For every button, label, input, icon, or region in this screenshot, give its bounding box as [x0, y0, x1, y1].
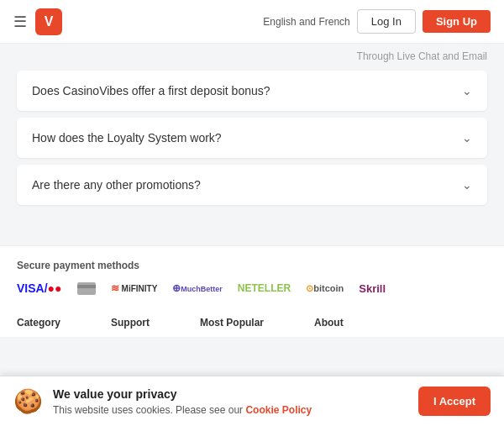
footer-col-category: Category — [17, 317, 60, 329]
svg-rect-0 — [77, 282, 96, 295]
muchbetter-logo: ⊕MuchBetter — [172, 282, 223, 294]
footer-nav: Category Support Most Popular About — [0, 308, 504, 337]
language-label: English and French — [263, 16, 349, 28]
skrill-logo: Skrill — [359, 282, 386, 295]
cookie-desc-text: This website uses cookies. Please see ou… — [53, 404, 245, 416]
faq-question-3: Are there any other promotions? — [32, 178, 201, 192]
neteller-logo: NETELLER — [238, 282, 291, 294]
signup-button[interactable]: Sign Up — [423, 10, 491, 33]
header: ☰ V English and French Log In Sign Up — [0, 0, 504, 44]
cookie-description: This website uses cookies. Please see ou… — [53, 404, 408, 416]
faq-question-1: Does CasinoVibes offer a first deposit b… — [32, 84, 270, 97]
cookie-policy-link[interactable]: Cookie Policy — [245, 404, 312, 416]
faq-item-2[interactable]: How does the Loyalty System work? ⌄ — [17, 118, 487, 158]
login-button[interactable]: Log In — [357, 9, 416, 34]
faq-item-3[interactable]: Are there any other promotions? ⌄ — [17, 165, 487, 205]
support-text: Through Live Chat and Email — [357, 50, 487, 62]
payment-logos: VISA/●● ≋ MiFINITY ⊕MuchBetter NETELLER … — [17, 281, 487, 295]
footer-col-about: About — [314, 317, 344, 329]
mifinity-logo: ≋ MiFINITY — [111, 282, 158, 294]
visa-logo: VISA/●● — [17, 281, 62, 295]
spacer — [0, 212, 504, 229]
card-logo — [77, 282, 96, 295]
cookie-text-block: We value your privacy This website uses … — [53, 387, 408, 416]
payment-section: Secure payment methods VISA/●● ≋ MiFINIT… — [0, 245, 504, 308]
hamburger-icon[interactable]: ☰ — [13, 13, 27, 31]
header-right: English and French Log In Sign Up — [256, 9, 491, 34]
footer-col-popular: Most Popular — [200, 317, 264, 329]
payment-section-title: Secure payment methods — [17, 260, 487, 271]
faq-question-2: How does the Loyalty System work? — [32, 131, 222, 145]
chevron-down-icon-3: ⌄ — [462, 178, 472, 192]
chevron-down-icon-1: ⌄ — [462, 84, 472, 97]
faq-item-1[interactable]: Does CasinoVibes offer a first deposit b… — [17, 71, 487, 111]
support-bar: Through Live Chat and Email — [0, 44, 504, 62]
cookie-icon: 🍪 — [13, 387, 43, 415]
cookie-banner: 🍪 We value your privacy This website use… — [0, 376, 504, 426]
bitcoin-logo: ⊙bitcoin — [306, 283, 344, 294]
faq-section: Does CasinoVibes offer a first deposit b… — [0, 71, 504, 205]
logo-icon: V — [35, 8, 62, 35]
cookie-title: We value your privacy — [53, 387, 408, 401]
footer-col-support: Support — [111, 317, 150, 329]
accept-button[interactable]: I Accept — [418, 387, 491, 416]
spacer2 — [0, 229, 504, 245]
header-left: ☰ V — [13, 8, 62, 35]
svg-rect-1 — [77, 285, 96, 288]
chevron-down-icon-2: ⌄ — [462, 131, 472, 145]
